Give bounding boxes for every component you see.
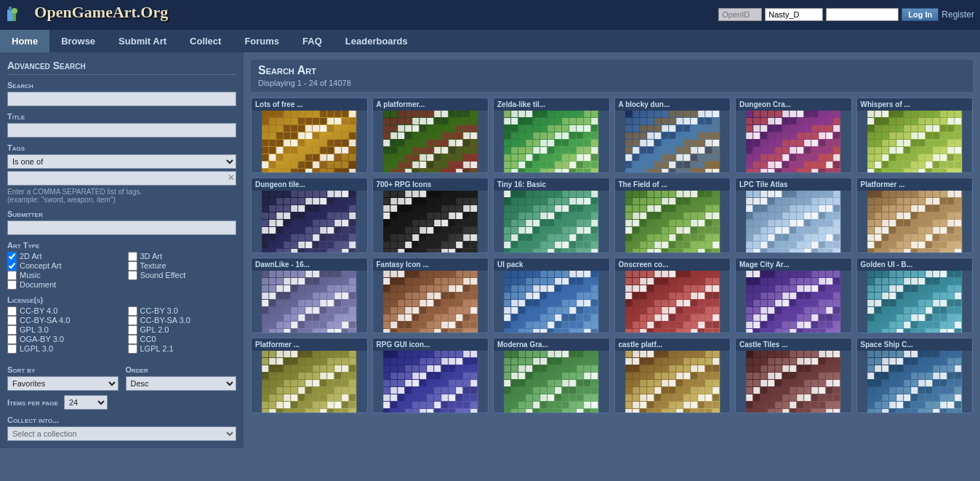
password-input[interactable]	[826, 8, 899, 21]
art-card[interactable]: Whispers of ...	[856, 98, 973, 173]
items-per-page-select[interactable]: 24	[64, 395, 108, 410]
art-type-sound-checkbox[interactable]	[128, 271, 137, 280]
art-type-music-checkbox[interactable]	[7, 271, 17, 280]
art-card[interactable]: Platformer ...	[856, 178, 973, 253]
art-card[interactable]: Space Ship C...	[856, 338, 973, 413]
svg-rect-1740	[540, 314, 547, 321]
nav-item-leaderboards[interactable]: Leaderboards	[334, 30, 419, 52]
svg-rect-1594	[405, 300, 411, 306]
art-type-2d-checkbox[interactable]	[7, 252, 17, 261]
svg-rect-2616	[760, 358, 767, 365]
nav-item-collect[interactable]: Collect	[178, 30, 233, 52]
title-input[interactable]	[7, 123, 236, 138]
license-ccbysa3-checkbox[interactable]	[128, 316, 137, 325]
svg-rect-1040	[504, 242, 510, 248]
art-type-3d-checkbox[interactable]	[128, 252, 137, 261]
svg-rect-2709	[775, 409, 782, 413]
art-card[interactable]: Tiny 16: Basic	[493, 178, 610, 253]
nav-item-faq[interactable]: FAQ	[291, 30, 334, 52]
art-card[interactable]: Fantasy Icon ...	[372, 258, 489, 333]
svg-rect-2599	[712, 409, 719, 413]
svg-rect-485	[804, 111, 811, 117]
svg-rect-307	[511, 147, 518, 154]
art-card[interactable]: castle platf...	[614, 338, 731, 413]
art-card[interactable]: A blocky dun...	[614, 98, 731, 173]
svg-rect-377	[662, 118, 668, 124]
art-type-document-checkbox[interactable]	[7, 280, 17, 290]
tags-clear-icon[interactable]: ✕	[228, 172, 235, 183]
svg-rect-1792	[654, 278, 661, 285]
collect-into-select[interactable]: Select a collection	[7, 426, 236, 441]
svg-rect-928	[427, 242, 433, 248]
license-ogaby3-checkbox[interactable]	[7, 335, 17, 344]
svg-rect-667	[918, 147, 925, 154]
art-card[interactable]: Dungeon Cra...	[735, 98, 852, 173]
nav-item-forums[interactable]: Forums	[233, 30, 291, 52]
art-card[interactable]: Castle Tiles ...	[735, 338, 852, 413]
sort-by-select[interactable]: Favorites	[7, 376, 119, 391]
art-card[interactable]: The Field of ...	[614, 178, 731, 253]
svg-rect-1526	[269, 329, 276, 333]
openid-input[interactable]	[718, 8, 762, 21]
art-card[interactable]: Moderna Gra...	[493, 338, 610, 413]
svg-rect-154	[419, 125, 426, 132]
svg-rect-241	[504, 111, 510, 117]
art-card[interactable]: LPC Tile Atlas	[735, 178, 852, 253]
svg-rect-932	[456, 242, 462, 248]
art-card[interactable]: Onscreen co...	[614, 258, 731, 333]
tags-select[interactable]: Is one of	[7, 154, 236, 169]
svg-rect-1680	[577, 278, 583, 285]
art-card[interactable]: A platformer...	[372, 98, 489, 173]
art-type-texture-checkbox[interactable]	[128, 261, 137, 271]
svg-rect-824	[313, 249, 319, 253]
license-lgpl21-checkbox[interactable]	[128, 344, 137, 354]
nav-item-submit-art[interactable]: Submit Art	[107, 30, 178, 52]
svg-rect-2194	[262, 387, 268, 394]
register-link[interactable]: Register	[941, 9, 974, 20]
nav-item-home[interactable]: Home	[0, 30, 49, 52]
svg-rect-399	[632, 132, 639, 139]
license-ccby3-checkbox[interactable]	[128, 306, 137, 316]
svg-rect-475	[712, 169, 719, 172]
username-input[interactable]	[765, 8, 823, 21]
svg-rect-1385	[896, 234, 903, 241]
license-gpl3-checkbox[interactable]	[7, 325, 17, 335]
art-card[interactable]: 700+ RPG Icons	[372, 178, 489, 253]
art-card[interactable]: Platformer ...	[251, 338, 368, 413]
order-select[interactable]: Desc	[126, 376, 237, 391]
art-card[interactable]: RPG GUI icon...	[372, 338, 489, 413]
svg-rect-1543	[412, 271, 419, 277]
nav-item-browse[interactable]: Browse	[49, 30, 107, 52]
license-ccby4-checkbox[interactable]	[7, 306, 17, 316]
license-ccbysa4-checkbox[interactable]	[7, 316, 17, 325]
submitter-input[interactable]	[7, 220, 236, 235]
art-card[interactable]: Dungeon tile...	[251, 178, 368, 253]
art-card[interactable]: Golden UI - B...	[856, 258, 973, 333]
svg-rect-72	[276, 147, 283, 154]
art-card[interactable]: DawnLike - 16...	[251, 258, 368, 333]
search-input[interactable]	[7, 92, 236, 106]
svg-rect-2397	[547, 365, 554, 372]
svg-rect-1296	[797, 249, 803, 253]
login-button[interactable]: Log In	[901, 8, 939, 21]
art-card[interactable]: Zelda-like til...	[493, 98, 610, 173]
license-cc0-checkbox[interactable]	[128, 335, 137, 344]
svg-rect-469	[669, 169, 675, 172]
art-card[interactable]: Mage City Ar...	[735, 258, 852, 333]
svg-rect-2717	[833, 409, 840, 413]
art-card[interactable]: Lots of free ...	[251, 98, 368, 173]
svg-rect-1749	[511, 322, 518, 328]
svg-rect-2337	[470, 394, 477, 401]
svg-rect-606	[947, 111, 954, 117]
art-type-concept-checkbox[interactable]	[7, 261, 17, 271]
svg-rect-1904	[826, 271, 832, 277]
svg-rect-2184	[284, 380, 290, 386]
license-gpl2-checkbox[interactable]	[128, 325, 137, 335]
svg-rect-1796	[683, 278, 690, 285]
svg-rect-1885	[669, 329, 675, 333]
svg-rect-1128	[691, 220, 697, 226]
art-card[interactable]: UI pack	[493, 258, 610, 333]
tags-input[interactable]	[7, 171, 236, 186]
svg-rect-459	[691, 162, 697, 168]
license-lgpl3-checkbox[interactable]	[7, 344, 17, 354]
